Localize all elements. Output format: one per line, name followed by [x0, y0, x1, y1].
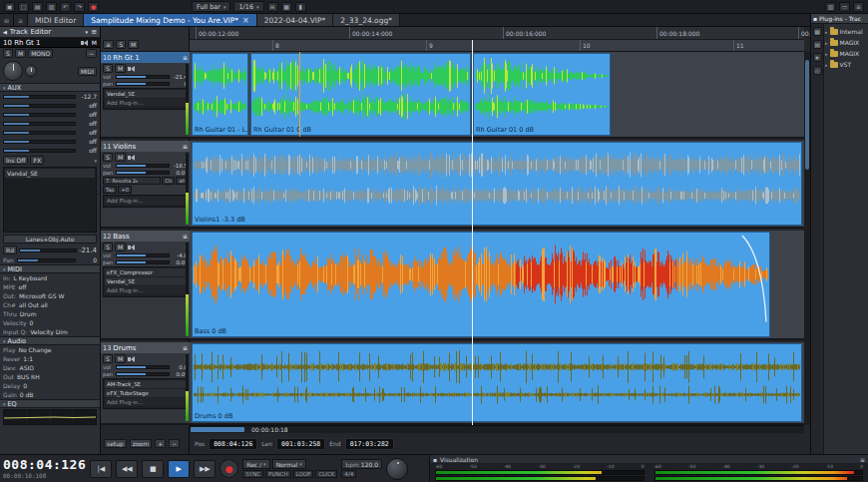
track-lane-drums[interactable]: Drums 0 dB: [190, 342, 804, 425]
plugin-list-icon[interactable]: ▦: [813, 27, 822, 36]
mute-indicator[interactable]: M: [92, 39, 97, 46]
pos-value[interactable]: 008:04:126: [209, 438, 257, 450]
add-plugin-button[interactable]: Add Plug-in...: [105, 398, 186, 406]
jog-wheel[interactable]: [386, 458, 408, 480]
mute-button[interactable]: M: [15, 49, 26, 58]
rewind-button[interactable]: ◀◀: [116, 460, 138, 478]
midi-section-header[interactable]: ▾ MIDI: [0, 264, 100, 273]
pan-slider[interactable]: [17, 258, 76, 262]
audio-value[interactable]: ASIO: [20, 364, 97, 371]
tree-item-internal[interactable]: ▸ Internal: [825, 26, 867, 37]
tab-list-icon[interactable]: ≡: [14, 14, 28, 26]
mute-button[interactable]: M: [115, 64, 126, 73]
track-menu-icon[interactable]: ≡: [183, 143, 188, 150]
playhead[interactable]: [472, 40, 473, 425]
tempo-field[interactable]: bpm 120.0: [341, 459, 382, 469]
add-plugin-button[interactable]: Add Plug-in...: [105, 197, 186, 205]
instrument-slot[interactable]: 7: Revolta 2 ▸: [103, 177, 161, 185]
track-lane-bass[interactable]: Bass 0 dB: [190, 231, 804, 340]
plugin-item[interactable]: Vandal_SE: [105, 277, 186, 285]
len-value[interactable]: 001:03:258: [276, 438, 325, 450]
plugin-item[interactable]: eFX_Compressor: [105, 268, 186, 276]
all-solo-button[interactable]: S: [116, 40, 126, 49]
mono-button[interactable]: MONO: [28, 49, 53, 58]
speaker-icon[interactable]: [128, 155, 136, 161]
chevron-down-icon[interactable]: ▾: [94, 158, 97, 164]
sync-toggle[interactable]: SYNC: [242, 470, 263, 478]
audio-value[interactable]: 0 dB: [20, 391, 97, 398]
track-lane-violins[interactable]: Violins1 -3.3 dB: [190, 141, 804, 229]
speaker-icon[interactable]: [128, 66, 136, 72]
fx-button[interactable]: FX: [30, 156, 44, 165]
play-mode-dropdown[interactable]: Normal ▾: [272, 459, 306, 469]
track-title-bar[interactable]: 11 Violins ≡: [101, 141, 190, 152]
time-signature[interactable]: 4/4: [341, 470, 356, 478]
solo-button[interactable]: S: [3, 49, 13, 58]
save-icon[interactable]: ▥: [46, 2, 57, 12]
eq-graph[interactable]: [3, 409, 97, 425]
scrollbar-thumb[interactable]: [805, 60, 809, 170]
aux-send-slider[interactable]: [3, 131, 76, 135]
stop-button[interactable]: ■: [142, 460, 164, 478]
aux-send-slider[interactable]: [3, 113, 76, 117]
track-menu-icon[interactable]: ≡: [183, 54, 188, 61]
speaker-icon[interactable]: [128, 356, 136, 362]
solo-button[interactable]: S: [103, 153, 113, 162]
inserts-off-button[interactable]: Ins Off: [3, 156, 28, 165]
midi-value[interactable]: Drum: [20, 310, 97, 317]
midi-value[interactable]: Microsoft GS W: [19, 292, 97, 299]
tree-item-magix-1[interactable]: ▸ MAGIX: [825, 37, 867, 48]
volume-slider[interactable]: [116, 164, 170, 168]
snap-value-dropdown[interactable]: 1/16 ▾: [233, 1, 263, 12]
goto-start-button[interactable]: |◀: [90, 460, 112, 478]
wave-icon[interactable]: ~: [86, 49, 97, 58]
pan-slider[interactable]: [116, 171, 170, 175]
audio-value[interactable]: BUS RH: [17, 373, 97, 380]
tree-item-magix-2[interactable]: ▸ MAGIX: [825, 48, 867, 59]
midi-value[interactable]: 0: [30, 319, 97, 326]
audio-value[interactable]: 1:1: [23, 355, 97, 362]
record-button[interactable]: ●: [219, 459, 238, 478]
new-project-icon[interactable]: ▢: [18, 2, 29, 12]
add-plugin-button[interactable]: Add Plug-in...: [105, 99, 186, 107]
midi-value[interactable]: Velocity Dim: [30, 328, 97, 335]
all-mute-button[interactable]: M: [128, 40, 139, 49]
insert-plugin-item[interactable]: Vandal_SE: [5, 169, 95, 178]
transpose-tag[interactable]: +0: [118, 186, 131, 194]
eq-section-header[interactable]: ▾ EQ: [0, 399, 100, 408]
solo-button[interactable]: S: [103, 64, 113, 73]
midi-value[interactable]: off: [19, 283, 97, 290]
record-mode-dropdown[interactable]: Rec / ▾: [242, 459, 269, 469]
open-icon[interactable]: ▤: [32, 2, 43, 12]
volume-slider[interactable]: [116, 365, 170, 369]
volume-slider[interactable]: [19, 248, 77, 252]
midi-value[interactable]: L Keyboard: [14, 274, 97, 281]
tab-mixing-demo[interactable]: Samplitude Mixing Demo - You Are.VIP* ×: [84, 14, 256, 26]
zoom-out-icon[interactable]: −: [169, 439, 180, 448]
pin-icon[interactable]: ▪: [813, 15, 817, 22]
undo-icon[interactable]: ↶: [60, 2, 71, 12]
tree-item-vst[interactable]: ▸ VST: [825, 59, 867, 70]
zoom-in-icon[interactable]: +: [155, 439, 166, 448]
scrollbar-thumb[interactable]: [191, 427, 244, 432]
audio-clip[interactable]: Rh Guitar 01 0 dB: [473, 53, 611, 136]
close-icon[interactable]: ×: [242, 16, 249, 25]
solo-button[interactable]: S: [103, 242, 113, 251]
pan-slider[interactable]: [116, 372, 170, 376]
midi-value[interactable]: all Out all: [19, 301, 97, 308]
audio-clip[interactable]: Drums 0 dB: [192, 343, 802, 422]
plugin-item[interactable]: eFX_TubeStage: [105, 389, 186, 397]
audio-clip[interactable]: Bass 0 dB: [192, 232, 770, 337]
audio-value[interactable]: 0: [23, 382, 97, 389]
grid-length-dropdown[interactable]: Full bar ▾: [192, 1, 230, 12]
favorites-star-icon[interactable]: ★: [813, 53, 822, 62]
automation-read-button[interactable]: Rd: [3, 245, 17, 254]
speaker-icon[interactable]: [81, 40, 89, 46]
zoom-button[interactable]: zoom: [130, 439, 152, 448]
pin-icon[interactable]: ▪: [433, 456, 437, 463]
audio-clip[interactable]: Rh Guitar 01 - L...: [192, 53, 248, 136]
add-plugin-button[interactable]: Add Plug-in...: [105, 286, 186, 294]
plugin-item[interactable]: AM-Track_SE: [105, 380, 186, 388]
volume-slider[interactable]: [116, 253, 170, 257]
aux-section-header[interactable]: ▾ AUX: [0, 83, 100, 92]
